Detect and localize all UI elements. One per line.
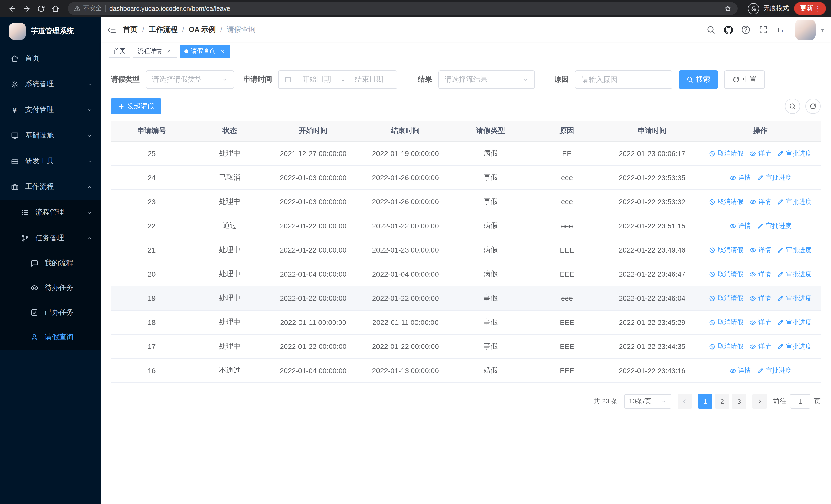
goto-page: 前往 页 (773, 394, 821, 409)
result-label: 结果 (418, 75, 432, 84)
tab-home[interactable]: 首页 (109, 45, 131, 58)
sidebar-item-task-management[interactable]: 任务管理 (0, 225, 101, 251)
cell-type: 事假 (452, 335, 530, 358)
action-cancel-link[interactable]: 取消请假 (709, 149, 744, 158)
search-button[interactable]: 搜索 (679, 70, 718, 89)
goto-page-input[interactable] (790, 394, 810, 409)
action-detail-link[interactable]: 详情 (750, 342, 771, 351)
action-progress-link[interactable]: 审批进度 (777, 342, 812, 351)
action-progress-link[interactable]: 审批进度 (757, 173, 792, 182)
tab-process-detail[interactable]: 流程详情 × (133, 45, 177, 58)
cell-status: 处理中 (193, 287, 267, 310)
column-header: 请假类型 (452, 121, 530, 141)
action-progress-link[interactable]: 审批进度 (777, 270, 812, 278)
toggle-search-button[interactable] (785, 98, 800, 114)
action-cancel-link[interactable]: 取消请假 (709, 270, 744, 278)
action-progress-link[interactable]: 审批进度 (777, 245, 812, 254)
cell-id: 16 (111, 359, 193, 382)
sidebar-item-devtools[interactable]: 研发工具 (0, 148, 101, 174)
browser-home-button[interactable] (48, 1, 63, 16)
action-progress-link[interactable]: 审批进度 (757, 366, 792, 375)
breadcrumb-item[interactable]: 工作流程 (149, 25, 178, 34)
action-detail-link[interactable]: 详情 (750, 318, 771, 327)
cell-apply_time: 2022-01-22 23:46:04 (604, 287, 700, 310)
leave-type-select[interactable]: 请选择请假类型 (146, 70, 234, 89)
action-progress-link[interactable]: 审批进度 (777, 294, 812, 302)
user-avatar[interactable] (795, 20, 816, 40)
cell-end: 2022-01-26 00:00:00 (359, 166, 452, 189)
fullscreen-icon[interactable] (756, 23, 771, 37)
sidebar-item-done-tasks[interactable]: 已办任务 (0, 300, 101, 325)
sidebar-item-process-management[interactable]: 流程管理 (0, 200, 101, 225)
reason-input[interactable] (575, 70, 672, 89)
close-icon[interactable]: × (165, 48, 172, 55)
create-leave-button[interactable]: 发起请假 (111, 98, 161, 114)
page-button-1[interactable]: 1 (698, 394, 712, 409)
sidebar-item-system[interactable]: 系统管理 (0, 71, 101, 97)
page-button-3[interactable]: 3 (732, 394, 746, 409)
cell-actions: 取消请假详情审批进度 (700, 287, 821, 310)
sidebar-item-home[interactable]: 首页 (0, 46, 101, 71)
page-size-select[interactable]: 10条/页 (624, 394, 671, 409)
apply-time-range-picker[interactable]: 开始日期 - 结束日期 (278, 70, 397, 89)
result-select[interactable]: 请选择流结果 (438, 70, 535, 89)
action-cancel-link[interactable]: 取消请假 (709, 197, 744, 206)
sidebar-item-workflow[interactable]: 工作流程 (0, 174, 101, 200)
sidebar-collapse-icon[interactable] (101, 17, 123, 42)
breadcrumb-item[interactable]: 首页 (123, 25, 138, 34)
action-progress-link[interactable]: 审批进度 (777, 318, 812, 327)
sidebar-item-todo-tasks[interactable]: 待办任务 (0, 276, 101, 300)
github-icon[interactable] (721, 23, 736, 37)
url-text: dashboard.yudao.iocoder.cn/bpm/oa/leave (109, 5, 230, 12)
sidebar-item-my-process[interactable]: 我的流程 (0, 251, 101, 276)
leave-table: 申请编号 状态 开始时间 结束时间 请假类型 原因 申请时间 操作 25处理中2… (111, 121, 821, 383)
help-icon[interactable] (739, 23, 753, 37)
action-detail-link[interactable]: 详情 (729, 173, 751, 182)
font-size-icon[interactable] (774, 23, 788, 37)
action-cancel-link[interactable]: 取消请假 (709, 245, 744, 254)
sidebar-item-payment[interactable]: ¥ 支付管理 (0, 97, 101, 123)
app-logo: 芋道管理系统 (0, 17, 101, 46)
action-detail-link[interactable]: 详情 (750, 294, 771, 302)
cell-id: 18 (111, 310, 193, 334)
breadcrumb-item[interactable]: OA 示例 (189, 25, 216, 34)
reset-button[interactable]: 重置 (724, 70, 765, 89)
bookmark-star-icon[interactable] (724, 5, 732, 12)
cell-actions: 详情审批进度 (700, 214, 821, 238)
search-icon[interactable] (704, 23, 718, 37)
close-icon[interactable]: × (219, 48, 226, 55)
table-refresh-button[interactable] (805, 98, 821, 114)
action-detail-link[interactable]: 详情 (729, 366, 751, 375)
action-cancel-link[interactable]: 取消请假 (709, 318, 744, 327)
action-detail-link[interactable]: 详情 (750, 270, 771, 278)
action-progress-link[interactable]: 审批进度 (777, 197, 812, 206)
sidebar-item-leave-query[interactable]: 请假查询 (0, 325, 101, 350)
action-detail-link[interactable]: 详情 (750, 197, 771, 206)
action-progress-link[interactable]: 审批进度 (777, 149, 812, 158)
reload-button[interactable] (34, 1, 48, 16)
action-cancel-link[interactable]: 取消请假 (709, 294, 744, 302)
chevron-up-icon (87, 235, 92, 241)
action-detail-link[interactable]: 详情 (750, 245, 771, 254)
cell-end: 2022-01-26 00:00:00 (359, 190, 452, 213)
action-detail-link[interactable]: 详情 (729, 221, 751, 230)
divider (105, 5, 106, 12)
address-bar[interactable]: 不安全 dashboard.yudao.iocoder.cn/bpm/oa/le… (68, 2, 738, 15)
tab-leave-query[interactable]: 请假查询 × (180, 45, 230, 58)
action-detail-link[interactable]: 详情 (750, 149, 771, 158)
gear-icon (10, 80, 19, 89)
action-progress-link[interactable]: 审批进度 (757, 221, 792, 230)
action-cancel-link[interactable]: 取消请假 (709, 342, 744, 351)
prev-page-button[interactable] (678, 394, 692, 409)
forward-button[interactable] (20, 1, 34, 16)
site-security-chip[interactable]: 不安全 (74, 4, 102, 13)
sidebar-item-infrastructure[interactable]: 基础设施 (0, 123, 101, 148)
caret-down-icon[interactable]: ▾ (821, 26, 824, 33)
next-page-button[interactable] (752, 394, 767, 409)
browser-update-button[interactable]: 更新 ⋮ (794, 2, 826, 15)
table-row: 18处理中2022-01-11 00:00:002022-01-11 00:00… (111, 310, 821, 335)
cell-end: 2022-01-11 00:00:00 (359, 310, 452, 334)
browser-menu-icon[interactable]: ⋮ (813, 5, 823, 12)
back-button[interactable] (5, 1, 20, 16)
page-button-2[interactable]: 2 (715, 394, 729, 409)
